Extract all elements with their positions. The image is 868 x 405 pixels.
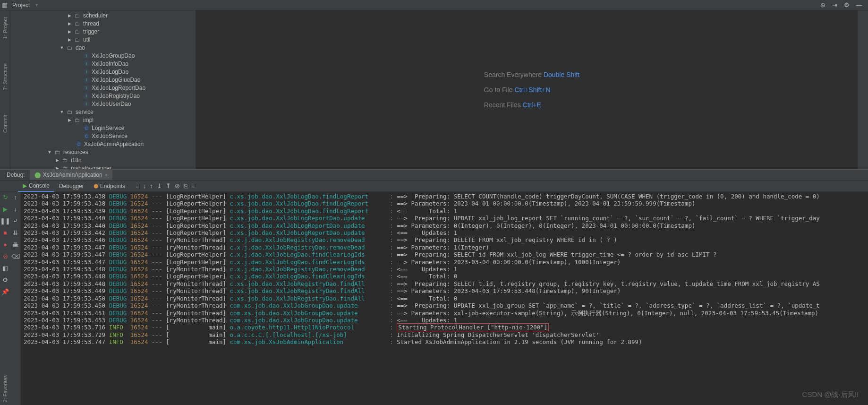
chevron-right-icon[interactable]: ▶ <box>67 37 72 42</box>
toolbar-icon[interactable]: ⤓ <box>157 182 162 190</box>
up-icon[interactable]: ↑ <box>14 194 17 201</box>
log-line: 2023-04-03 17:59:53.442 DEBUG 16524 --- … <box>24 229 868 236</box>
scroll-icon[interactable]: ⇊ <box>13 229 18 236</box>
down-icon[interactable]: ↓ <box>14 206 17 213</box>
tree-item-label: dao <box>76 44 85 51</box>
pause-icon[interactable]: ❚❚ <box>0 217 10 224</box>
interface-icon: I <box>83 77 90 83</box>
camera-icon[interactable]: ◧ <box>2 265 8 272</box>
rerun-icon[interactable]: ↻ <box>3 194 8 201</box>
vtab-commit[interactable]: Commit <box>2 112 8 136</box>
locate-icon[interactable]: ⊕ <box>820 1 825 9</box>
folder-icon: 🗀 <box>74 12 81 19</box>
toolbar-icon[interactable]: ≡ <box>191 182 195 190</box>
watermark: CSDN @战·后风!! <box>802 390 859 399</box>
tab-debugger[interactable]: Debugger <box>54 181 89 191</box>
vtab-favorites[interactable]: 2: Favorites <box>2 372 8 405</box>
log-line: 2023-04-03 17:59:53.448 DEBUG 16524 --- … <box>24 280 868 287</box>
chevron-right-icon[interactable]: ▶ <box>55 166 60 170</box>
toolbar-icon[interactable]: ≡ <box>136 182 139 190</box>
tree-item-label: XxlJobInfoDao <box>92 60 128 67</box>
hint-label: Recent Files <box>484 101 523 109</box>
pin-icon[interactable]: 📌 <box>1 288 9 295</box>
tree-item-label: LoginService <box>92 125 124 131</box>
vtab-project[interactable]: 1: Project <box>2 14 8 42</box>
interface-icon: I <box>83 69 90 75</box>
hint-shortcut: Ctrl+Shift+N <box>514 86 550 94</box>
toolbar-icon[interactable]: ⎘ <box>184 182 187 190</box>
tab-console[interactable]: ▶ Console <box>18 181 54 192</box>
tree-item[interactable]: ▶🗀i18n <box>10 156 196 164</box>
wrap-icon[interactable]: ⤶ <box>13 217 18 224</box>
tree-item[interactable]: IXxlJobLogReportDao <box>10 84 196 92</box>
tree-item[interactable]: ▶🗀trigger <box>10 27 196 35</box>
project-icon: ▦ <box>2 1 8 9</box>
clear-icon[interactable]: ⌫ <box>11 253 20 260</box>
vtab-structure[interactable]: 7: Structure <box>2 60 8 93</box>
tree-item[interactable]: IXxlJobRegistryDao <box>10 92 196 100</box>
toolbar-icon[interactable]: ⊘ <box>175 182 180 190</box>
chevron-down-icon[interactable]: ▼ <box>60 45 64 50</box>
tree-item-label: XxlJobUserDao <box>92 101 131 107</box>
debug-toolbar: ▶ Console Debugger ⬢ Endpoints ≡ ↓ ↑ ⤓ ⤒… <box>0 181 868 192</box>
tree-item[interactable]: ▼🗀dao <box>10 43 196 52</box>
toolbar-icon[interactable]: ⤒ <box>166 182 171 190</box>
toolbar-icon[interactable]: ↑ <box>150 182 153 190</box>
chevron-right-icon[interactable]: ▶ <box>67 118 72 122</box>
collapse-icon[interactable]: ⇥ <box>832 1 837 9</box>
bug-icon: ⬤ <box>34 172 41 178</box>
chevron-down-icon[interactable]: ▼ <box>60 110 64 114</box>
log-line: 2023-04-03 17:59:53.448 DEBUG 16524 --- … <box>24 266 868 273</box>
tree-item[interactable]: IXxlJobLogDao <box>10 68 196 76</box>
project-tree[interactable]: ▶🗀scheduler▶🗀thread▶🗀trigger▶🗀util▼🗀daoI… <box>10 10 196 169</box>
settings-icon[interactable]: ⚙ <box>2 276 8 284</box>
tree-item[interactable]: ▶🗀mybatis-mapper <box>10 164 196 169</box>
tree-item-label: trigger <box>83 28 99 35</box>
tree-item[interactable]: IXxlJobGroupDao <box>10 52 196 60</box>
tree-item-label: thread <box>83 20 99 27</box>
folder-icon: 🗀 <box>61 165 69 170</box>
class-icon: C <box>83 133 90 139</box>
chevron-right-icon[interactable]: ▶ <box>55 158 60 163</box>
tree-item[interactable]: ▶🗀util <box>10 35 196 43</box>
tree-item[interactable]: ▼🗀resources <box>10 148 196 156</box>
tree-item[interactable]: CXxlJobService <box>10 132 196 140</box>
tree-item[interactable]: ▶🗀scheduler <box>10 11 196 19</box>
tree-item[interactable]: IXxlJobUserDao <box>10 100 196 108</box>
chevron-right-icon[interactable]: ▶ <box>67 13 72 18</box>
print-icon[interactable]: 🖶 <box>12 241 18 248</box>
toolbar-icon[interactable]: ↓ <box>143 182 146 190</box>
tree-item[interactable]: ▶🗀thread <box>10 19 196 27</box>
debug-header: Debug: ⬤ XsJobAdminApplication × <box>0 170 868 181</box>
gear-icon[interactable]: ⚙ <box>844 1 850 9</box>
stop-icon[interactable]: ■ <box>3 229 7 236</box>
chevron-right-icon[interactable]: ▶ <box>67 21 72 26</box>
tree-item[interactable]: IXxlJobInfoDao <box>10 60 196 68</box>
debug-config-tab[interactable]: ⬤ XsJobAdminApplication × <box>30 170 113 180</box>
resume-icon[interactable]: ▶ <box>3 206 8 213</box>
mute-bp-icon[interactable]: ⊘ <box>3 253 8 260</box>
tree-item-label: XsJobAdminApplication <box>84 141 144 147</box>
tree-item[interactable]: ▼🗀service <box>10 108 196 116</box>
chevron-down-icon[interactable]: ▼ <box>47 150 52 155</box>
tree-item-label: i18n <box>71 157 82 164</box>
editor-empty-state: Search Everywhere Double ShiftGo to File… <box>196 10 868 169</box>
tree-item[interactable]: ▶🗀impl <box>10 116 196 124</box>
folder-icon: 🗀 <box>54 149 61 155</box>
breakpoints-icon[interactable]: ● <box>3 241 7 248</box>
tab-endpoints[interactable]: ⬢ Endpoints <box>89 181 130 191</box>
dropdown-icon[interactable]: ▼ <box>34 3 39 8</box>
chevron-right-icon[interactable]: ▶ <box>67 29 72 34</box>
project-title[interactable]: Project <box>9 2 33 9</box>
tree-item[interactable]: CXsJobAdminApplication <box>10 140 196 148</box>
tree-item-label: service <box>76 109 94 115</box>
debug-config-name: XsJobAdminApplication <box>43 172 102 178</box>
folder-icon: 🗀 <box>66 109 74 115</box>
tree-item[interactable]: CLoginService <box>10 124 196 132</box>
hide-icon[interactable]: — <box>856 1 862 9</box>
hint-shortcut: Double Shift <box>544 71 579 78</box>
tab-endpoints-label: Endpoints <box>100 183 125 190</box>
close-icon[interactable]: × <box>105 172 108 178</box>
console-output[interactable]: 2023-04-03 17:59:53.438 DEBUG 16524 --- … <box>21 192 868 405</box>
tree-item[interactable]: IXxlJobLogGlueDao <box>10 76 196 84</box>
